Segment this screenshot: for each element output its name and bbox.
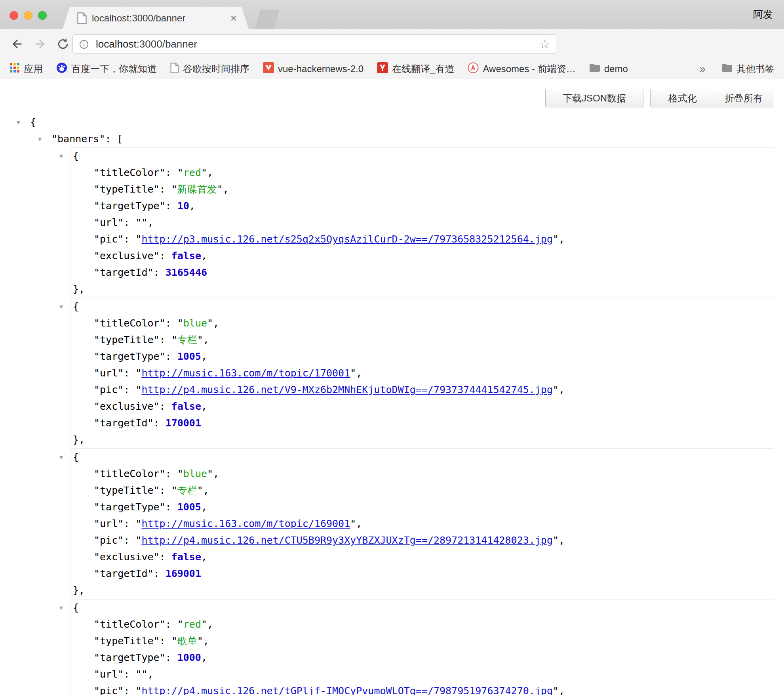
- json-object-box: ▼{"titleColor": "red","typeTitle": "新碟首发…: [70, 147, 774, 298]
- json-line: "pic": "http://p3.music.126.net/s25q2x5Q…: [70, 231, 774, 248]
- other-bookmarks[interactable]: 其他书签: [721, 63, 774, 75]
- json-line: ▼{: [70, 148, 774, 164]
- json-line: "titleColor": "red",: [70, 164, 774, 181]
- json-line: "titleColor": "blue",: [70, 466, 774, 482]
- bookmark-vue-hackernews[interactable]: vue-hackernews-2.0: [263, 62, 363, 76]
- url-text: localhost:3000/banner: [96, 35, 197, 53]
- json-url-link[interactable]: http://p3.music.126.net/s25q2x5QyqsAzilC…: [141, 233, 553, 245]
- svg-text:A: A: [471, 65, 476, 71]
- json-line: "titleColor": "blue",: [70, 315, 774, 332]
- bookmark-label: vue-hackernews-2.0: [278, 63, 363, 74]
- json-line: "targetId": 170001: [70, 415, 774, 432]
- bookmarks-bar: 应用 百度一下，你就知道 谷歌按时间排序 vue-hackernews-2.0 …: [0, 59, 784, 79]
- tab-close-icon[interactable]: ×: [230, 7, 237, 29]
- bookmark-label: demo: [604, 63, 628, 74]
- format-button[interactable]: 格式化: [650, 89, 715, 107]
- collapse-triangle-icon[interactable]: ▼: [59, 298, 63, 315]
- json-url-link[interactable]: http://music.163.com/m/topic/169001: [141, 518, 350, 529]
- collapse-triangle-icon[interactable]: ▼: [59, 600, 63, 616]
- json-line: "pic": "http://p4.music.126.net/V9-MXz6b…: [70, 382, 774, 398]
- json-line: },: [70, 281, 774, 298]
- bookmark-label: 百度一下，你就知道: [71, 63, 157, 75]
- folder-icon: [721, 63, 733, 75]
- download-json-button[interactable]: 下载JSON数据: [545, 89, 643, 107]
- browser-tab[interactable]: localhost:3000/banner ×: [63, 7, 249, 29]
- bookmark-demo-folder[interactable]: demo: [589, 63, 628, 75]
- back-button[interactable]: [8, 35, 26, 53]
- bookmark-label: 应用: [24, 63, 43, 75]
- json-line: ▼{: [0, 114, 784, 131]
- json-object-box: ▼{"titleColor": "blue","typeTitle": "专栏"…: [70, 298, 774, 449]
- json-line: "typeTitle": "专栏",: [70, 482, 774, 499]
- tab-title: localhost:3000/banner: [92, 7, 185, 29]
- json-line: "targetType": 1005,: [70, 348, 774, 365]
- profile-name[interactable]: 阿发: [753, 0, 773, 29]
- forward-button[interactable]: [31, 35, 49, 53]
- json-line: "typeTitle": "专栏",: [70, 332, 774, 348]
- vue-icon: [263, 62, 274, 76]
- folder-icon: [589, 63, 600, 75]
- page-content: 下载JSON数据 格式化 折叠所有 ▼{▼"banners": [▼{"titl…: [0, 79, 784, 695]
- json-line: ▼{: [70, 600, 774, 616]
- json-line: ▼{: [70, 449, 774, 466]
- json-line: },: [70, 582, 774, 599]
- apps-grid-icon: [10, 63, 20, 75]
- bookmark-youdao[interactable]: 在线翻译_有道: [377, 62, 454, 76]
- page-favicon-icon: [77, 12, 87, 26]
- collapse-all-button[interactable]: 折叠所有: [714, 89, 773, 107]
- json-line: "targetId": 3165446: [70, 264, 774, 281]
- url-host: localhost: [96, 38, 137, 50]
- address-bar[interactable]: localhost:3000/banner ☆: [72, 34, 556, 53]
- collapse-triangle-icon[interactable]: ▼: [59, 449, 63, 466]
- minimize-window-button[interactable]: [24, 11, 32, 20]
- baidu-icon: [56, 62, 67, 76]
- bookmark-label: 在线翻译_有道: [392, 63, 454, 75]
- page-info-icon[interactable]: [79, 40, 89, 51]
- json-line: "typeTitle": "新碟首发",: [70, 181, 774, 198]
- json-line: "targetId": 169001: [70, 565, 774, 582]
- json-line: "targetType": 10,: [70, 198, 774, 214]
- json-url-link[interactable]: http://p4.music.126.net/V9-MXz6b2MNhEKju…: [141, 384, 553, 395]
- tab-strip: localhost:3000/banner × 阿发: [0, 0, 784, 29]
- browser-window: localhost:3000/banner × 阿发 localhost:300…: [0, 0, 784, 695]
- json-tree: ▼{▼"banners": [▼{"titleColor": "red","ty…: [0, 114, 784, 695]
- new-tab-button[interactable]: [255, 10, 280, 29]
- json-line: "url": "http://music.163.com/m/topic/169…: [70, 516, 774, 532]
- json-line: "pic": "http://p4.music.126.net/CTU5B9R9…: [70, 532, 774, 549]
- bookmark-label: Awesomes - 前端资…: [483, 63, 575, 75]
- collapse-triangle-icon[interactable]: ▼: [59, 148, 63, 164]
- json-line: "targetType": 1000,: [70, 649, 774, 666]
- json-object-box: ▼{"titleColor": "red","typeTitle": "歌单",…: [70, 599, 774, 695]
- bookmark-apps[interactable]: 应用: [10, 63, 43, 75]
- json-line: "exclusive": false,: [70, 248, 774, 264]
- url-path: :3000/banner: [137, 38, 197, 50]
- youdao-icon: [377, 62, 388, 76]
- json-object-box: ▼{"titleColor": "blue","typeTitle": "专栏"…: [70, 449, 774, 599]
- bookmark-label: 谷歌按时间排序: [183, 63, 249, 75]
- json-url-link[interactable]: http://music.163.com/m/topic/170001: [141, 367, 350, 379]
- collapse-triangle-icon[interactable]: ▼: [17, 114, 20, 131]
- reload-button[interactable]: [54, 35, 72, 53]
- collapse-triangle-icon[interactable]: ▼: [38, 131, 42, 147]
- zoom-window-button[interactable]: [38, 11, 47, 20]
- awesomes-icon: A: [468, 62, 479, 76]
- other-bookmarks-label: 其他书签: [736, 63, 774, 75]
- json-line: "url": "http://music.163.com/m/topic/170…: [70, 365, 774, 382]
- json-line: "titleColor": "red",: [70, 616, 774, 633]
- close-window-button[interactable]: [10, 11, 18, 20]
- json-url-link[interactable]: http://p4.music.126.net/CTU5B9R9y3XyYBZX…: [141, 535, 553, 546]
- json-line: },: [70, 432, 774, 448]
- bookmark-awesomes[interactable]: A Awesomes - 前端资…: [468, 62, 575, 76]
- json-line: "url": "",: [70, 214, 774, 231]
- navigation-toolbar: localhost:3000/banner ☆ V en FE T: [0, 29, 784, 59]
- json-line: ▼"banners": [: [0, 131, 784, 147]
- json-line: "exclusive": false,: [70, 549, 774, 565]
- bookmark-star-icon[interactable]: ☆: [539, 35, 550, 53]
- json-line: "targetType": 1005,: [70, 499, 774, 516]
- bookmarks-overflow-chevron[interactable]: »: [699, 63, 706, 75]
- json-line: ▼{: [70, 298, 774, 315]
- json-url-link[interactable]: http://p4.music.126.net/tGPljf-IMOCyPvum…: [141, 685, 553, 695]
- json-line: "typeTitle": "歌单",: [70, 633, 774, 649]
- bookmark-google-sort[interactable]: 谷歌按时间排序: [170, 63, 249, 76]
- bookmark-baidu[interactable]: 百度一下，你就知道: [56, 62, 157, 76]
